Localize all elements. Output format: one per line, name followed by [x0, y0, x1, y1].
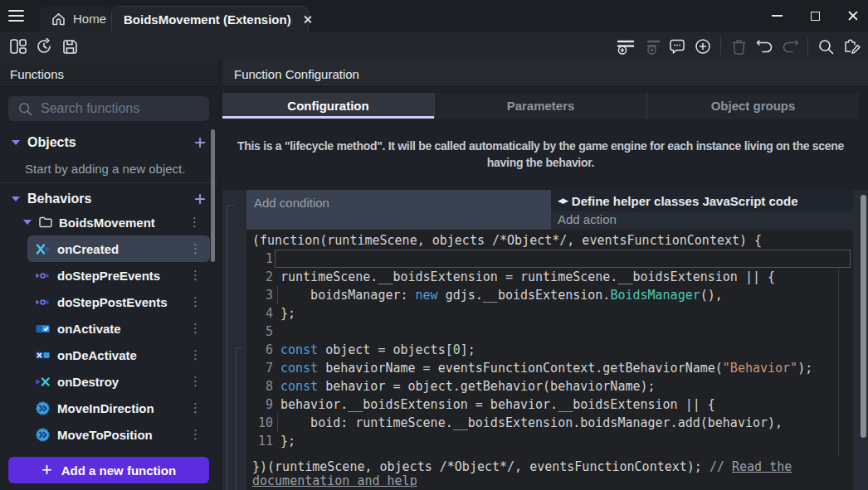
search-placeholder: Search functions	[41, 101, 139, 116]
step-icon	[36, 269, 51, 283]
main-panel-title: Function Configuration	[234, 67, 359, 81]
functions-panel: Functions Search functions Objects + Sta…	[0, 61, 217, 490]
sidebar-scrollbar[interactable]	[211, 129, 215, 262]
function-label: onDeActivate	[57, 348, 137, 362]
objects-section-label: Objects	[27, 135, 76, 150]
add-circle-icon[interactable]	[693, 36, 713, 56]
events-scrollbar[interactable]	[861, 195, 866, 438]
tab-home[interactable]: Home	[40, 6, 111, 32]
code-line: 6const object = objects[0];	[246, 341, 853, 359]
menu-icon[interactable]	[8, 10, 24, 22]
add-subevent-icon[interactable]	[641, 36, 661, 56]
code-line: 4};	[246, 304, 853, 323]
more-options-icon[interactable]	[189, 241, 202, 256]
function-list: onCreateddoStepPreEventsdoStepPostEvents…	[27, 235, 210, 448]
add-action-button[interactable]: Add action	[558, 212, 617, 226]
lifecycle-description: This is a "lifecycle method". It will be…	[222, 138, 859, 171]
tab-boidsmovement[interactable]: BoidsMovement (Extension)	[111, 6, 309, 32]
activate-icon	[36, 322, 51, 336]
add-event-icon[interactable]	[616, 36, 636, 56]
tab-parameters[interactable]: Parameters	[435, 93, 647, 119]
events-sheet: Add condition ◀▶ Define helper classes J…	[222, 190, 868, 490]
tab-object-groups[interactable]: Object groups	[647, 93, 859, 119]
function-label: MoveInDirection	[57, 401, 154, 415]
more-options-icon[interactable]	[189, 268, 202, 283]
edit-extension-icon[interactable]	[841, 36, 861, 56]
code-header-line: (function(runtimeScene, objects /*Object…	[252, 231, 762, 250]
function-item[interactable]: onCreated	[27, 235, 210, 262]
code-line: 9behavior.__boidsExtension = behavior.__…	[246, 395, 853, 414]
line-number: 2	[246, 268, 273, 286]
close-window-icon[interactable]	[848, 11, 858, 21]
behavior-group-label: BoidsMovement	[59, 216, 155, 230]
function-item[interactable]: MoveToPosition	[27, 421, 210, 448]
line-number: 3	[246, 286, 273, 304]
add-behavior-icon[interactable]: +	[194, 191, 206, 207]
history-icon[interactable]	[34, 36, 54, 56]
code-line: 7const behaviorName = eventsFunctionCont…	[246, 359, 853, 377]
line-number: 5	[246, 323, 273, 341]
line-number: 4	[246, 304, 273, 323]
code-footer-line: })(runtimeScene, objects /*Object*/, eve…	[252, 460, 848, 488]
more-options-icon[interactable]	[189, 400, 202, 415]
editor-ruler	[838, 268, 839, 455]
save-icon[interactable]	[60, 36, 80, 56]
chevron-down-icon	[23, 220, 32, 225]
destroy-icon	[36, 375, 51, 389]
more-options-icon[interactable]	[189, 427, 202, 442]
code-lines: 12runtimeScene.__boidsExtension = runtim…	[246, 250, 853, 450]
minimize-icon[interactable]	[772, 15, 783, 17]
line-number: 6	[246, 341, 273, 359]
function-label: MoveToPosition	[57, 428, 153, 442]
function-label: onActivate	[57, 322, 121, 336]
search-icon[interactable]	[816, 36, 836, 56]
js-event-header[interactable]: ◀▶ Define helper classes JavaScript code	[551, 190, 853, 211]
behaviors-section-header[interactable]: Behaviors +	[0, 187, 217, 211]
function-item[interactable]: onActivate	[27, 315, 210, 342]
redo-icon[interactable]	[780, 36, 800, 56]
move-icon	[36, 401, 51, 415]
tab-configuration[interactable]: Configuration	[222, 93, 435, 119]
chevron-down-icon	[12, 140, 20, 145]
code-line: 8const behavior = object.getBehavior(beh…	[246, 377, 853, 395]
add-function-label: Add a new function	[61, 463, 176, 478]
main-panel-header: Function Configuration	[222, 61, 868, 87]
more-options-icon[interactable]	[188, 215, 201, 230]
function-item[interactable]: doStepPreEvents	[27, 262, 210, 289]
more-options-icon[interactable]	[189, 294, 202, 309]
function-item[interactable]: doStepPostEvents	[27, 289, 210, 315]
title-bar: Home BoidsMovement (Extension)	[0, 0, 868, 32]
functions-panel-title: Functions	[10, 67, 64, 81]
more-options-icon[interactable]	[189, 321, 202, 336]
code-line: 5	[246, 323, 853, 341]
line-number: 7	[246, 359, 273, 377]
home-icon	[51, 12, 66, 26]
maximize-icon[interactable]	[811, 12, 820, 21]
add-function-button[interactable]: + Add a new function	[8, 457, 209, 483]
function-item[interactable]: onDeActivate	[27, 342, 210, 368]
more-options-icon[interactable]	[189, 347, 202, 362]
behavior-group-row[interactable]: BoidsMovement	[0, 211, 217, 234]
more-options-icon[interactable]	[189, 374, 202, 389]
comment-icon[interactable]	[667, 36, 687, 56]
objects-section-header[interactable]: Objects +	[0, 131, 217, 154]
line-number: 9	[246, 395, 273, 414]
undo-icon[interactable]	[754, 36, 774, 56]
conditions-column[interactable]: Add condition	[246, 190, 551, 230]
line-number: 8	[246, 377, 273, 395]
code-line: 10 boid: runtimeScene.__boidsExtension.b…	[246, 414, 853, 432]
deactivate-icon	[36, 348, 51, 362]
function-item[interactable]: onDestroy	[27, 368, 210, 395]
folder-icon	[39, 216, 52, 228]
close-tab-icon[interactable]	[303, 15, 308, 24]
search-functions-input[interactable]: Search functions	[8, 96, 209, 121]
code-editor[interactable]: (function(runtimeScene, objects /*Object…	[246, 230, 853, 490]
delete-icon[interactable]	[729, 36, 749, 56]
panels-icon[interactable]	[8, 36, 28, 56]
line-number: 11	[246, 432, 273, 450]
code-line: 11};	[246, 432, 853, 450]
search-icon	[18, 102, 32, 116]
add-condition-button[interactable]: Add condition	[254, 196, 329, 210]
function-item[interactable]: MoveInDirection	[27, 395, 210, 421]
add-object-icon[interactable]: +	[194, 134, 206, 151]
